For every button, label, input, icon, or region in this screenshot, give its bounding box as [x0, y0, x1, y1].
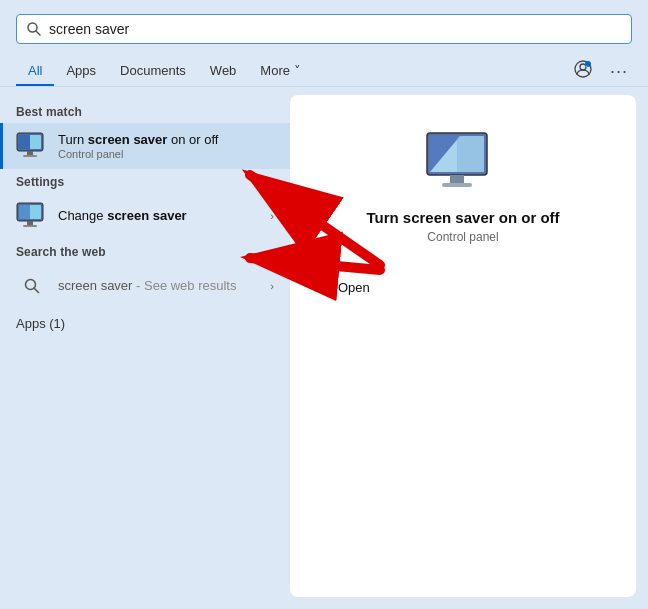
settings-item-icon	[16, 200, 48, 232]
tab-more[interactable]: More ˅	[248, 57, 312, 86]
search-input[interactable]	[49, 21, 621, 37]
search-panel: All Apps Documents Web More ˅ + ···	[0, 0, 648, 609]
svg-rect-15	[27, 221, 33, 225]
settings-item-title: Change screen saver	[58, 208, 260, 225]
open-label: Open	[338, 280, 370, 295]
apps-count: Apps (1)	[0, 309, 290, 338]
best-match-item[interactable]: Turn screen saver on or off Control pane…	[0, 123, 290, 169]
search-web-label: Search the web	[0, 239, 290, 263]
settings-item[interactable]: Change screen saver ›	[0, 193, 290, 239]
main-content: Best match Turn screen saver on	[0, 87, 648, 609]
detail-actions: Open	[314, 264, 612, 303]
detail-icon	[423, 129, 503, 193]
tab-documents[interactable]: Documents	[108, 57, 198, 86]
detail-title: Turn screen saver on or off	[366, 209, 559, 226]
best-match-text: Turn screen saver on or off Control pane…	[58, 132, 274, 161]
filter-tabs: All Apps Documents Web More ˅ + ···	[0, 52, 648, 87]
svg-rect-11	[23, 155, 37, 157]
svg-rect-23	[442, 183, 472, 187]
best-match-label: Best match	[0, 99, 290, 123]
svg-rect-10	[27, 151, 33, 155]
right-panel: Turn screen saver on or off Control pane…	[290, 95, 636, 597]
svg-marker-14	[19, 205, 30, 219]
filter-icons: + ···	[570, 56, 632, 86]
best-match-sub: Control panel	[58, 148, 274, 160]
tab-apps[interactable]: Apps	[54, 57, 108, 86]
left-panel: Best match Turn screen saver on	[0, 87, 290, 609]
search-bar-container	[0, 0, 648, 52]
search-web-icon	[16, 270, 48, 302]
best-match-icon	[16, 130, 48, 162]
settings-item-text: Change screen saver	[58, 208, 260, 225]
search-web-chevron: ›	[270, 280, 274, 292]
svg-marker-9	[19, 135, 30, 149]
search-icon	[27, 22, 41, 36]
open-action[interactable]: Open	[314, 272, 612, 303]
more-options-button[interactable]: ···	[606, 57, 632, 86]
profile-button[interactable]: +	[570, 56, 596, 86]
svg-line-26	[322, 279, 328, 285]
search-web-query: screen saver - See web results	[58, 278, 260, 295]
search-bar	[16, 14, 632, 44]
tab-web[interactable]: Web	[198, 57, 249, 86]
svg-marker-24	[457, 136, 484, 172]
open-icon	[314, 278, 330, 297]
search-web-text: screen saver - See web results	[58, 278, 260, 295]
svg-line-18	[34, 288, 39, 293]
svg-line-1	[36, 31, 40, 35]
search-web-item[interactable]: screen saver - See web results ›	[0, 263, 290, 309]
settings-item-chevron: ›	[270, 210, 274, 222]
svg-rect-16	[23, 225, 37, 227]
svg-rect-22	[450, 175, 464, 183]
detail-sub: Control panel	[427, 230, 498, 244]
best-match-title: Turn screen saver on or off	[58, 132, 274, 149]
settings-label: Settings	[0, 169, 290, 193]
tab-all[interactable]: All	[16, 57, 54, 86]
